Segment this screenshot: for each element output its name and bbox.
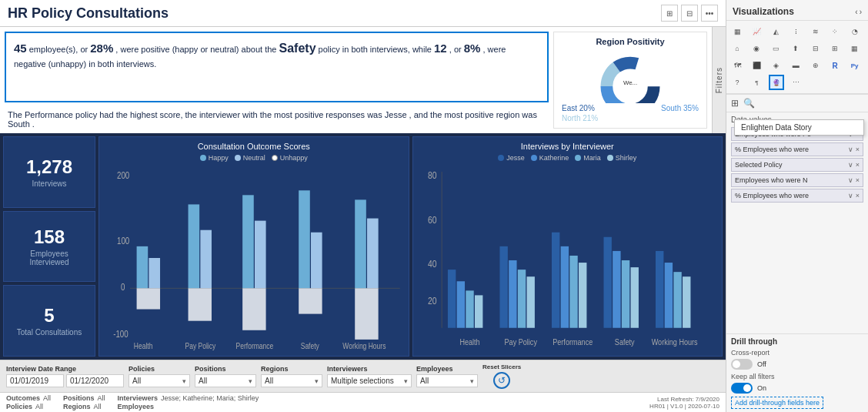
viz-icon-line[interactable]: 📈 xyxy=(749,24,764,39)
cross-report-toggle[interactable] xyxy=(731,359,753,370)
legend-jesse-label: Jesse xyxy=(506,154,525,162)
viz-icon-treemap[interactable]: ▬ xyxy=(788,58,803,73)
viz-icon-card[interactable]: ▭ xyxy=(769,41,784,56)
legend-katherine-label: Katherine xyxy=(539,154,569,162)
analytics-icon[interactable]: 🔍 xyxy=(743,98,755,109)
filters-tab[interactable]: Filters xyxy=(712,27,726,133)
viz-icon-table[interactable]: ⊞ xyxy=(827,41,843,56)
keep-filters-toggle[interactable] xyxy=(731,383,753,394)
viz-icon-matrix[interactable]: ▦ xyxy=(847,41,863,56)
chip-5-check[interactable]: ∨ xyxy=(848,192,853,199)
viz-icon-qna[interactable]: ? xyxy=(729,75,745,90)
chip-4-text: Employees who were N xyxy=(735,176,808,184)
svg-rect-40 xyxy=(509,260,516,328)
employees-dropdown[interactable]: All xyxy=(416,374,478,387)
more-icon[interactable]: ••• xyxy=(701,5,718,22)
chip-2-x[interactable]: × xyxy=(856,146,860,153)
svg-text:Pay Policy: Pay Policy xyxy=(504,338,536,347)
viz-icon-bar[interactable]: ▦ xyxy=(729,24,745,39)
viz-icon-area[interactable]: ◭ xyxy=(769,24,784,39)
arrow-left[interactable]: ‹ xyxy=(855,8,857,16)
arrow-right[interactable]: › xyxy=(860,8,862,16)
consultation-chart: Consultation Outcome Scores Happy Neutra… xyxy=(98,136,409,357)
viz-icon-pie[interactable]: ◔ xyxy=(847,24,863,39)
interviewers-val: Jesse; Katherine; Maria; Shirley xyxy=(161,394,259,402)
viz-icon-funnel[interactable]: ⌂ xyxy=(729,41,745,56)
svg-rect-49 xyxy=(621,260,629,328)
interviewers-dropdown[interactable]: Multiple selections xyxy=(327,374,412,387)
header-icons: ⊞ ⊟ ••• xyxy=(661,5,718,22)
chip-3-x[interactable]: × xyxy=(856,161,860,169)
svg-rect-41 xyxy=(517,270,525,328)
chip-2-check[interactable]: ∨ xyxy=(848,146,853,153)
viz-icon-filled-map[interactable]: ⬛ xyxy=(749,58,764,73)
viz-icon-scatter[interactable]: ⁘ xyxy=(827,24,843,39)
interviewers-key: Interviewers xyxy=(118,394,159,402)
viz-icon-gauge[interactable]: ◉ xyxy=(749,41,764,56)
legend-maria-dot xyxy=(575,155,581,161)
narrative-text-2b: policy had the highest score, the interv… xyxy=(75,110,385,119)
top-region: South xyxy=(8,119,30,129)
viz-icon-decomp[interactable]: ⊕ xyxy=(808,58,823,73)
viz-icon-slicer[interactable]: ⊟ xyxy=(808,41,823,56)
interviews-chart-title: Interviews by Interviewer xyxy=(418,142,718,151)
filters-tab-label: Filters xyxy=(715,67,723,93)
consultation-chart-title: Consultation Outcome Scores xyxy=(104,142,404,151)
date-start-input[interactable] xyxy=(6,374,64,387)
svg-text:80: 80 xyxy=(427,170,436,180)
positive-count: 45 xyxy=(14,42,27,55)
format-icon[interactable]: ⊞ xyxy=(731,98,739,109)
footer-right: Last Refresh: 7/9/2020 HR01 | V1.0 | 202… xyxy=(649,396,719,410)
chip-3-check[interactable]: ∨ xyxy=(848,161,853,169)
positions-dropdown[interactable]: All xyxy=(195,374,256,387)
viz-icon-map[interactable]: 🗺 xyxy=(729,58,745,73)
viz-icons-grid: ▦ 📈 ◭ ⫶ ≋ ⁘ ◔ ⌂ ◉ ▭ ⬆ ⊟ ⊞ ▦ 🗺 ⬛ ◈ ▬ ⊕ R … xyxy=(726,21,868,94)
svg-text:We...: We... xyxy=(623,79,637,86)
date-end-input[interactable] xyxy=(66,374,124,387)
grid-icon[interactable]: ⊟ xyxy=(681,5,698,22)
regions-slicer: Regions All xyxy=(261,365,322,387)
footer-outcomes: Outcomes All Policies All xyxy=(6,394,51,410)
cross-report-value: Off xyxy=(757,360,766,368)
legend-unhappy: Unhappy xyxy=(272,154,308,162)
chip-4-check[interactable]: ∨ xyxy=(848,176,853,184)
svg-rect-12 xyxy=(137,288,160,309)
policies-label: Policies xyxy=(129,365,190,373)
viz-icon-r[interactable]: R xyxy=(827,58,843,73)
narrative-text-2c: , and the most positive region was xyxy=(409,110,537,119)
legend-shirley: Shirley xyxy=(607,154,637,162)
enlighten-tooltip: Enlighten Data Story xyxy=(734,119,864,136)
chip-3-actions: ∨ × xyxy=(848,161,860,169)
chip-4-x[interactable]: × xyxy=(856,176,860,184)
svg-rect-23 xyxy=(367,219,379,289)
svg-rect-36 xyxy=(456,281,464,328)
viz-icon-ribbon[interactable]: ≋ xyxy=(808,24,823,39)
legend-katherine-dot xyxy=(531,155,537,161)
viz-icon-combo[interactable]: ⫶ xyxy=(788,24,803,39)
svg-rect-51 xyxy=(656,251,663,328)
reset-slicers-button[interactable]: Reset Slicers ↺ xyxy=(482,363,521,389)
policies-dropdown[interactable]: All xyxy=(129,374,190,387)
filter-icon[interactable]: ⊞ xyxy=(661,5,678,22)
viz-icon-narrative[interactable]: ¶ xyxy=(749,75,764,90)
viz-icon-py[interactable]: Py xyxy=(847,58,863,73)
legend-shirley-dot xyxy=(607,155,613,161)
svg-rect-48 xyxy=(613,251,620,328)
narrative-text-2a: The xyxy=(8,110,25,119)
narrative-second: The Performance policy had the highest s… xyxy=(0,107,553,133)
add-drill-through[interactable]: Add drill-through fields here xyxy=(731,397,823,409)
viz-icon-kpi[interactable]: ⬆ xyxy=(788,41,803,56)
viz-icon-more1[interactable]: ⋯ xyxy=(788,75,803,90)
viz-icon-azure-map[interactable]: ◈ xyxy=(769,58,784,73)
consultation-legend: Happy Neutral Unhappy xyxy=(104,154,404,162)
positions-label: Positions xyxy=(195,365,256,373)
narrative-text-1c: policy in both interviews, while xyxy=(319,45,434,54)
stat-consultations: 5 Total Consultations xyxy=(3,285,95,357)
svg-text:-100: -100 xyxy=(113,329,128,339)
chip-5-x[interactable]: × xyxy=(856,192,860,199)
enlighten-tooltip-text: Enlighten Data Story xyxy=(741,123,812,132)
regions-dropdown[interactable]: All xyxy=(261,374,322,387)
cross-report-label: Cross-report xyxy=(731,349,863,357)
viz-icon-enlighten[interactable]: 🔮 xyxy=(769,75,784,90)
version-info: HR01 | V1.0 | 2020-07-10 xyxy=(649,403,719,410)
